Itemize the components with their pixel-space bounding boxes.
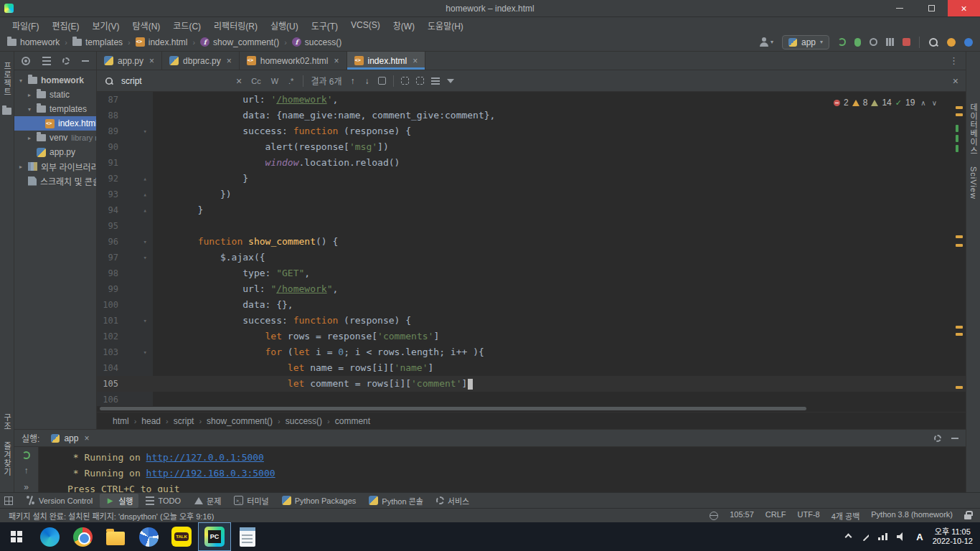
stripe-mark[interactable] — [956, 145, 958, 152]
status-item-4[interactable]: 4개 공백 — [831, 510, 860, 522]
editor-crumb-6[interactable]: comment — [335, 416, 370, 426]
profile-icon-blue[interactable] — [964, 38, 973, 47]
tree-item-8[interactable]: 스크래치 및 콘솔 — [14, 174, 96, 188]
status-item-3[interactable]: UTF-8 — [798, 510, 820, 522]
tree-item-1[interactable]: ▾homework — [14, 73, 96, 88]
more-actions-icon[interactable]: » — [24, 482, 29, 492]
coverage-button[interactable] — [870, 38, 877, 46]
find-toggle-3[interactable]: .* — [286, 77, 296, 85]
right-stripe-tab-2[interactable]: SciView — [969, 166, 978, 199]
taskbar-app-pycharm[interactable] — [198, 522, 231, 551]
code-line-91[interactable]: 91 window.location.reload() — [97, 155, 966, 171]
editor-crumb-1[interactable]: html — [113, 416, 129, 426]
find-toggle-2[interactable]: W — [269, 77, 281, 85]
menu-item-4[interactable]: 탐색(N) — [126, 17, 167, 33]
line-number[interactable]: 99 — [97, 281, 118, 297]
tree-item-2[interactable]: ▸static — [14, 88, 96, 102]
line-number[interactable]: 104 — [97, 360, 118, 376]
menu-item-11[interactable]: 도움말(H) — [421, 17, 470, 33]
line-number[interactable]: 106 — [97, 392, 118, 406]
fold-marker-icon[interactable]: ▴ — [118, 171, 153, 187]
code-line-93[interactable]: 93▴ }) — [97, 187, 966, 202]
stripe-mark[interactable] — [956, 333, 963, 336]
collapse-all-icon[interactable] — [42, 57, 51, 65]
locate-file-icon[interactable] — [22, 57, 30, 65]
tree-item-5[interactable]: ▸venvlibrary root — [14, 131, 96, 145]
code-line-101[interactable]: 101▾ success: function (response) { — [97, 313, 966, 329]
stripe-mark[interactable] — [956, 326, 963, 329]
fold-marker-icon[interactable]: ▴ — [118, 202, 153, 218]
rerun-button[interactable] — [22, 451, 30, 459]
code-line-104[interactable]: 104 let name = rows[i]['name'] — [97, 360, 966, 376]
close-tab-icon[interactable]: × — [84, 433, 89, 443]
code-line-106[interactable]: 106 — [97, 392, 966, 406]
taskbar-clock[interactable]: 오후 11:05 2022-10-12 — [933, 527, 973, 546]
tree-item-6[interactable]: app.py — [14, 145, 96, 159]
add-occurrence-icon[interactable] — [401, 77, 409, 85]
menu-item-3[interactable]: 보기(V) — [85, 17, 126, 33]
expander-icon[interactable]: ▸ — [17, 164, 24, 170]
tree-item-3[interactable]: ▾templates — [14, 102, 96, 116]
code-line-98[interactable]: 98 type: "GET", — [97, 265, 966, 281]
ime-indicator[interactable]: A — [916, 532, 923, 542]
profiler-button[interactable] — [886, 38, 894, 46]
code-line-88[interactable]: 88 data: {name_give:name, comment_give:c… — [97, 108, 966, 123]
tool-button-6[interactable]: Python Packages — [276, 494, 362, 507]
scrollbar-thumb[interactable] — [100, 407, 806, 410]
line-number[interactable]: 96 — [97, 234, 118, 250]
menu-item-7[interactable]: 실행(U) — [264, 17, 305, 33]
run-tab-app[interactable]: app × — [47, 430, 93, 446]
line-number[interactable]: 89 — [97, 123, 118, 139]
line-number[interactable]: 90 — [97, 139, 118, 155]
line-number[interactable]: 103 — [97, 344, 118, 360]
line-number[interactable]: 105 — [97, 376, 118, 392]
line-number[interactable]: 97 — [97, 250, 118, 265]
line-number[interactable]: 101 — [97, 313, 118, 329]
stripe-mark[interactable] — [956, 125, 958, 132]
status-item-2[interactable]: CRLF — [765, 510, 786, 522]
fold-marker-icon[interactable]: ▴ — [118, 187, 153, 202]
hide-panel-icon[interactable] — [82, 60, 89, 62]
up-stack-trace-icon[interactable]: ↑ — [24, 466, 29, 476]
left-stripe-tab-1[interactable]: 프로젝트 — [1, 62, 13, 96]
nav-crumb-1[interactable]: homework — [7, 37, 60, 47]
start-button[interactable] — [0, 522, 33, 551]
taskbar-app-kakao[interactable] — [165, 522, 198, 551]
editor-crumb-4[interactable]: show_comment() — [207, 416, 273, 426]
stripe-mark[interactable] — [956, 113, 963, 116]
code-line-103[interactable]: 103▾ for (let i = 0; i < rows.length; i+… — [97, 344, 966, 360]
code-line-97[interactable]: 97▾ $.ajax({ — [97, 250, 966, 265]
clear-search-icon[interactable]: × — [236, 75, 242, 87]
find-toggle-1[interactable]: Cc — [249, 77, 263, 85]
line-number[interactable]: 87 — [97, 92, 118, 108]
editor-tab-homework02-html[interactable]: homework02.html× — [240, 52, 347, 70]
line-number[interactable]: 100 — [97, 297, 118, 313]
filter-lines-icon[interactable] — [431, 77, 440, 85]
tab-options-icon[interactable]: ⋮ — [942, 52, 966, 70]
nav-crumb-2[interactable]: templates — [72, 37, 123, 47]
debug-button[interactable] — [854, 38, 861, 47]
expander-icon[interactable]: ▾ — [17, 77, 24, 84]
line-number[interactable]: 98 — [97, 265, 118, 281]
previous-occurrence-icon[interactable]: ↑ — [349, 76, 357, 86]
user-account-button[interactable]: ▾ — [759, 37, 773, 47]
next-problem-icon[interactable]: ∨ — [932, 99, 937, 107]
editor-tab-dbprac-py[interactable]: dbprac.py× — [162, 52, 240, 70]
expander-icon[interactable]: ▾ — [26, 106, 33, 113]
find-input[interactable] — [121, 76, 229, 86]
inspections-widget[interactable]: 2 8 14 ✓ 19 ∧ ∨ — [834, 98, 937, 108]
code-line-100[interactable]: 100 data: {}, — [97, 297, 966, 313]
nav-crumb-3[interactable]: index.html — [136, 37, 188, 47]
code-line-96[interactable]: 96▾ function show_comment() { — [97, 234, 966, 250]
fold-marker-icon[interactable]: ▾ — [118, 123, 153, 139]
gear-icon[interactable] — [934, 435, 941, 442]
close-tab-icon[interactable]: × — [227, 56, 232, 66]
status-item-1[interactable]: 105:57 — [730, 510, 754, 522]
menu-item-1[interactable]: 파일(F) — [6, 17, 45, 33]
search-everywhere-icon[interactable] — [928, 37, 938, 47]
fold-marker-icon[interactable]: ▾ — [118, 344, 153, 360]
expander-icon[interactable]: ▸ — [26, 92, 33, 98]
status-message[interactable]: 패키지 설치 완료: 설치된 패키지: 'dnspython' (오늘 오후 9… — [9, 510, 214, 522]
exclude-occurrence-icon[interactable] — [416, 77, 424, 85]
editor-crumb-5[interactable]: success() — [286, 416, 322, 426]
